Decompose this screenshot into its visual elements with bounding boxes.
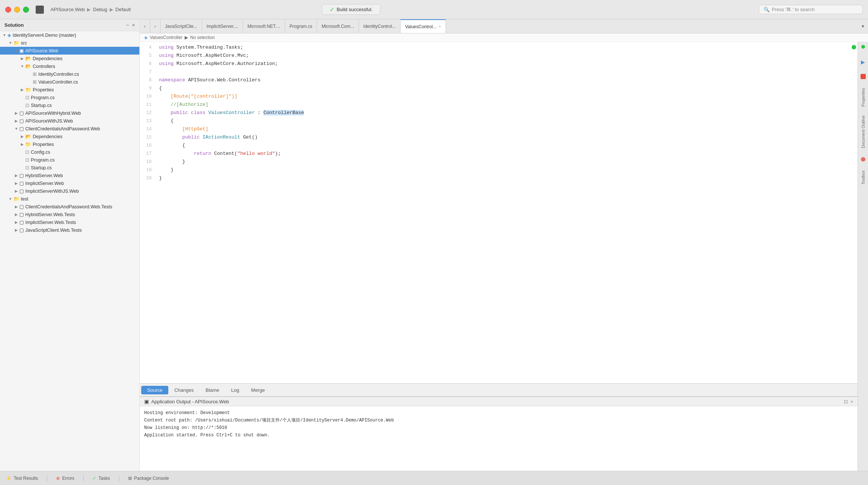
right-panel: ▶ Properties Document Outline Toolbox <box>858 42 868 471</box>
output-title: Application Output - APISource.Web <box>151 399 229 404</box>
tree-item-hybridtests[interactable]: ▶ ▢ HybridServer.Web.Tests <box>0 211 139 218</box>
tree-item-clientcredtests[interactable]: ▶ ▢ ClientCredentialsAndPassword.Web.Tes… <box>0 203 139 211</box>
properties-label[interactable]: Properties <box>861 88 865 107</box>
file-icon: ⊡ <box>25 102 29 108</box>
file-icon: ⊞ <box>33 71 37 77</box>
tab-overflow-button[interactable]: ▾ <box>858 19 868 33</box>
expand-icon: ▶ <box>13 228 19 232</box>
tree-item-deps2[interactable]: ▶ 📂 Dependencies <box>0 133 139 140</box>
test-results-label: Test Results <box>14 476 38 481</box>
code-editor[interactable]: 4 using System.Threading.Tasks; 5 using … <box>140 42 858 383</box>
code-line-19: 19 } <box>140 166 858 174</box>
project-icon: ▢ <box>19 204 24 209</box>
minimize-button[interactable] <box>14 7 20 13</box>
tree-label: IdentityServer4.Demo (master) <box>13 33 76 38</box>
output-close-button[interactable]: × <box>850 399 853 404</box>
tree-label: HybridServer.Web <box>25 173 63 178</box>
expand-icon: ▶ <box>13 111 19 115</box>
sidebar-pin-icon[interactable]: − <box>126 22 129 28</box>
tree-item-config2[interactable]: ⊡ Config.cs <box>0 148 139 156</box>
code-line-6: 6 using Microsoft.AspNetCore.Authorizati… <box>140 60 858 68</box>
stop-button[interactable] <box>36 6 44 14</box>
output-line-3: Now listening on: http://*:5010 <box>144 424 853 432</box>
tree-label: Startup.cs <box>31 165 52 170</box>
tree-item-test[interactable]: ▼ 📁 test <box>0 195 139 203</box>
tree-item-implicitsvrjs[interactable]: ▶ ▢ ImplicitServerWithJS.Web <box>0 187 139 195</box>
tree-item-program2[interactable]: ⊡ Program.cs <box>0 156 139 164</box>
tab-jsclient[interactable]: JavaScriptClie... <box>161 19 202 33</box>
tree-item-implicittests[interactable]: ▶ ▢ ImplicitServer.Web.Tests <box>0 218 139 226</box>
code-line-4: 4 using System.Threading.Tasks; <box>140 43 858 52</box>
tab-changes[interactable]: Changes <box>168 386 200 394</box>
tree-item-root[interactable]: ▼ ◈ IdentityServer4.Demo (master) <box>0 31 139 39</box>
tab-close-button[interactable]: × <box>439 25 441 29</box>
tree-item-implicitsvr[interactable]: ▶ ▢ ImplicitServer.Web <box>0 179 139 187</box>
status-package-console[interactable]: ⊞ Package Console <box>128 476 169 481</box>
tree-item-props2[interactable]: ▶ 📁 Properties <box>0 140 139 148</box>
maximize-button[interactable] <box>23 7 29 13</box>
tab-source[interactable]: Source <box>141 386 168 394</box>
status-sep-1 <box>47 475 47 481</box>
tree-item-src[interactable]: ▼ 📁 src <box>0 39 139 47</box>
tree-label: Startup.cs <box>31 103 52 108</box>
tree-label: Program.cs <box>31 157 55 163</box>
tab-next-button[interactable]: › <box>150 19 161 33</box>
tab-programcs[interactable]: Program.cs <box>285 19 317 33</box>
output-resize-button[interactable]: ⊡ <box>844 399 848 404</box>
status-test-results[interactable]: ⚡ Test Results <box>6 476 38 481</box>
tree-item-apisource[interactable]: ▼ ▣ APISource.Web <box>0 47 139 55</box>
document-outline-label[interactable]: Document Outline <box>861 115 865 148</box>
main-area: Solution − × ▼ ◈ IdentityServer4.Demo (m… <box>0 19 868 471</box>
search-bar[interactable]: 🔍 Press '⌘.' to search <box>759 5 863 14</box>
tree-label: ValuesController.cs <box>38 79 78 85</box>
code-line-18: 18 } <box>140 158 858 166</box>
project-icon: ▢ <box>19 227 24 233</box>
tree-item-deps1[interactable]: ▶ 📂 Dependencies <box>0 55 139 62</box>
code-line-9: 9 { <box>140 84 858 92</box>
output-line-1: Hosting environment: Development <box>144 409 853 417</box>
tab-blame[interactable]: Blame <box>200 386 225 394</box>
tree-item-jsclienttests[interactable]: ▶ ▢ JavaScriptClient.Web.Tests <box>0 226 139 234</box>
tree-label: Dependencies <box>33 134 62 139</box>
tree-label: IdentityController.cs <box>38 72 79 77</box>
tab-log[interactable]: Log <box>225 386 245 394</box>
expand-icon: ▶ <box>13 119 19 123</box>
warning-indicator <box>861 157 865 162</box>
code-line-8: 8 namespace APISource.Web.Controllers <box>140 76 858 84</box>
tab-msnet[interactable]: Microsoft.NET.... <box>243 19 285 33</box>
tab-identityctrl[interactable]: IdentityControl... <box>359 19 401 33</box>
status-tasks[interactable]: ✓ Tasks <box>93 476 110 481</box>
close-button[interactable] <box>5 7 11 13</box>
tree-item-valuesctrl[interactable]: ⊞ ValuesController.cs <box>0 78 139 86</box>
toolbox-label[interactable]: Toolbox <box>861 170 865 185</box>
tab-merge[interactable]: Merge <box>245 386 271 394</box>
project-icon: ▢ <box>19 219 24 225</box>
sidebar-close-icon[interactable]: × <box>132 22 135 28</box>
tree-item-program1[interactable]: ⊡ Program.cs <box>0 94 139 101</box>
collapse-arrow[interactable]: ▶ <box>861 59 865 65</box>
tree-item-hybridsvr[interactable]: ▶ ▢ HybridServer.Web <box>0 172 139 179</box>
folder-icon: 📁 <box>13 196 19 202</box>
tree-item-apijs[interactable]: ▶ ▢ APISourceWithJS.Web <box>0 117 139 125</box>
tab-prev-button[interactable]: ‹ <box>140 19 150 33</box>
code-line-12: 12 public class ValuesController : Contr… <box>140 109 858 117</box>
tree-item-clientcred[interactable]: ▼ ▢ ClientCredentialsAndPassword.Web <box>0 125 139 133</box>
tab-label: Microsoft.Com... <box>321 24 354 29</box>
tree-item-startup2[interactable]: ⊡ Startup.cs <box>0 164 139 172</box>
status-errors[interactable]: ⊗ Errors <box>56 476 74 481</box>
file-icon: ⊡ <box>25 95 29 100</box>
tab-label: JavaScriptClie... <box>165 24 197 29</box>
tree-item-identityctrl[interactable]: ⊞ IdentityController.cs <box>0 70 139 78</box>
tree-item-controllers[interactable]: ▼ 📂 Controllers <box>0 62 139 70</box>
code-lines: 4 using System.Threading.Tasks; 5 using … <box>140 43 858 182</box>
expand-icon: ▶ <box>19 134 25 139</box>
tree-label: Config.cs <box>31 150 50 155</box>
tree-item-startup1[interactable]: ⊡ Startup.cs <box>0 101 139 109</box>
tab-mscom[interactable]: Microsoft.Com... <box>317 19 359 33</box>
tree-label: ImplicitServerWithJS.Web <box>25 189 79 194</box>
tab-implicitsvr[interactable]: ImplicitServer.... <box>202 19 243 33</box>
tree-item-props1[interactable]: ▶ 📁 Properties <box>0 86 139 94</box>
tab-valuesctrl[interactable]: ValuesControl... × <box>401 19 446 33</box>
code-line-7: 7 <box>140 68 858 76</box>
tree-item-apihybrid[interactable]: ▶ ▢ APISourceWithHybrid.Web <box>0 109 139 117</box>
